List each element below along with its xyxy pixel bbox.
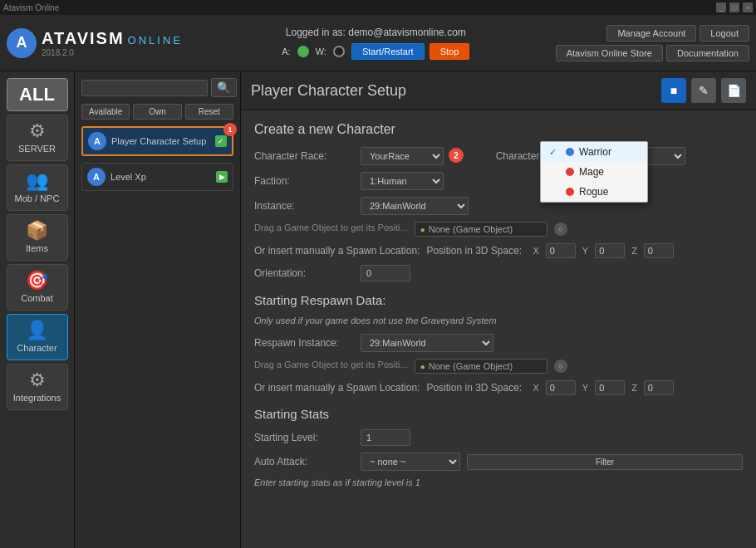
character-race-select[interactable]: YourRace — [361, 147, 444, 165]
dropdown-item-warrior[interactable]: ✓ Warrior — [541, 142, 647, 162]
radio-a-indicator — [297, 46, 309, 57]
combat-icon: 🎯 — [26, 272, 48, 290]
faction-select[interactable]: 1:Human — [361, 172, 444, 190]
starting-stats-title: Starting Stats — [254, 407, 743, 421]
game-object-field[interactable]: ● None (Game Object) — [415, 222, 547, 237]
plugin-name-lxp: Level Xp — [110, 172, 211, 182]
plugin-item-player-character-setup[interactable]: A Player Character Setup ✓ 1 — [81, 126, 233, 156]
documentation-btn[interactable]: Documentation — [666, 45, 749, 61]
radio-w-indicator — [333, 46, 345, 57]
instance-label: Instance: — [254, 200, 354, 212]
sidebar-item-character[interactable]: 👤 Character — [7, 314, 68, 360]
mage-option-label: Mage — [579, 166, 604, 178]
logo-atavism: ATAVISM — [42, 29, 125, 48]
logo-text-group: ATAVISM ONLINE 2018.2.0 — [42, 29, 183, 57]
search-btn[interactable]: 🔍 — [211, 78, 237, 97]
orientation-row: Orientation: — [254, 265, 743, 281]
header: A ATAVISM ONLINE 2018.2.0 Logged in as: … — [0, 15, 756, 71]
sidebar-item-items[interactable]: 📦 Items — [7, 214, 68, 261]
sidebar-item-character-label: Character — [17, 343, 56, 353]
respawn-game-obj-clear-btn[interactable]: ○ — [554, 360, 567, 373]
maximize-btn[interactable]: □ — [729, 2, 739, 12]
atavism-store-btn[interactable]: Atavism Online Store — [556, 45, 663, 61]
sidebar-item-integrations-label: Integrations — [13, 393, 61, 403]
instance-select[interactable]: 29:MainWorld — [361, 197, 469, 215]
wrench-icon-btn[interactable]: ✎ — [691, 78, 716, 103]
none-game-object: None (Game Object) — [429, 224, 513, 234]
plugin-icon-pcs: A — [88, 132, 106, 150]
filter-btn[interactable]: Filter — [467, 454, 743, 470]
stop-btn[interactable]: Stop — [430, 43, 470, 60]
respawn-x-input[interactable] — [546, 380, 576, 395]
enter-stats-text: Enter starting stats as if starting leve… — [254, 477, 743, 487]
respawn-instance-select[interactable]: 29:MainWorld — [361, 334, 493, 352]
game-obj-clear-btn[interactable]: ○ — [554, 223, 567, 236]
book-icon-btn[interactable]: 📄 — [721, 78, 746, 103]
start-restart-btn[interactable]: Start/Restart — [351, 43, 425, 60]
game-obj-icon: ● — [420, 225, 425, 234]
sidebar-item-mobnpc[interactable]: 👥 Mob / NPC — [7, 164, 68, 211]
x-input[interactable] — [546, 243, 576, 258]
content-area: 🔍 Available Own Reset A Player Character… — [75, 71, 756, 548]
auto-attack-select[interactable]: ~ none ~ — [361, 453, 460, 471]
rogue-color-dot — [566, 188, 574, 196]
manage-account-btn[interactable]: Manage Account — [606, 25, 696, 42]
sidebar-item-integrations[interactable]: ⚙ Integrations — [7, 364, 68, 410]
drag-text: Drag a Game Object to get its Positi... — [254, 223, 408, 232]
sidebar-item-all[interactable]: ALL — [7, 78, 68, 111]
respawn-y-input[interactable] — [595, 380, 625, 395]
create-character-title: Create a new Character — [254, 122, 743, 137]
sidebar-item-server[interactable]: ⚙ SERVER — [7, 115, 68, 161]
plugin-status-lxp: ▶ — [216, 171, 228, 183]
minimize-btn[interactable]: _ — [716, 2, 726, 12]
orientation-label: Orientation: — [254, 267, 354, 279]
plugin-panel: 🔍 Available Own Reset A Player Character… — [75, 71, 241, 548]
logout-btn[interactable]: Logout — [700, 25, 749, 42]
respawn-game-object-field[interactable]: ● None (Game Object) — [415, 359, 547, 374]
all-icon: ALL — [19, 86, 55, 104]
dropdown-item-rogue[interactable]: Rogue — [541, 182, 647, 202]
reset-filter-btn[interactable]: Reset — [185, 104, 233, 120]
filter-row: Available Own Reset — [81, 104, 233, 120]
mage-color-dot — [566, 168, 574, 176]
orientation-input[interactable] — [361, 265, 410, 281]
respawn-drag-row: Drag a Game Object to get its Positi... … — [254, 359, 743, 374]
sidebar: ALL ⚙ SERVER 👥 Mob / NPC 📦 Items 🎯 Comba… — [0, 71, 75, 548]
panel-icons: ■ ✎ 📄 — [661, 78, 746, 103]
drag-gameobj-row: Drag a Game Object to get its Positi... … — [254, 222, 743, 237]
class-dropdown: ✓ Warrior Mage Rogue — [540, 141, 648, 203]
logged-in-text: Logged in as: demo@atavismonline.com — [286, 27, 466, 38]
position-3d-label: Position in 3D Space: — [426, 245, 526, 257]
sidebar-item-combat[interactable]: 🎯 Combat — [7, 264, 68, 311]
close-btn[interactable]: × — [743, 2, 753, 12]
respawn-z-input[interactable] — [644, 380, 674, 395]
app-title: Atavism Online — [3, 3, 59, 12]
z-input[interactable] — [644, 243, 674, 258]
items-icon: 📦 — [26, 222, 48, 240]
integrations-icon: ⚙ — [29, 371, 46, 389]
logo-area: A ATAVISM ONLINE 2018.2.0 — [7, 28, 183, 58]
plugin-badge-pcs: 1 — [223, 123, 237, 136]
plugin-item-level-xp[interactable]: A Level Xp ▶ — [81, 163, 233, 191]
logo-version: 2018.2.0 — [42, 48, 183, 57]
character-icon: 👤 — [26, 321, 48, 340]
race-class-row: Character Race: YourRace 2 Character Cla… — [254, 147, 743, 165]
warrior-checkmark: ✓ — [549, 147, 561, 158]
respawn-position-row: Or insert manually a Spawn Location: Pos… — [254, 380, 743, 395]
respawn-xyz-row: X Y Z — [533, 380, 673, 395]
search-input[interactable] — [81, 80, 208, 96]
respawn-x-label: X — [533, 383, 538, 393]
y-input[interactable] — [595, 243, 625, 258]
search-row: 🔍 — [81, 78, 233, 97]
right-panel: Player Character Setup ■ ✎ 📄 Create a ne… — [241, 71, 756, 548]
title-bar: Atavism Online _ □ × — [0, 0, 756, 15]
own-filter-btn[interactable]: Own — [133, 104, 181, 120]
plugin-status-pcs: ✓ — [215, 135, 227, 147]
plugin-icon-lxp: A — [87, 168, 106, 186]
available-filter-btn[interactable]: Available — [81, 104, 130, 120]
cube-icon-btn[interactable]: ■ — [661, 78, 686, 103]
panel-title: Player Character Setup — [251, 82, 406, 100]
dropdown-item-mage[interactable]: Mage — [541, 162, 647, 182]
z-label: Z — [631, 246, 637, 256]
starting-level-input[interactable] — [361, 429, 410, 446]
